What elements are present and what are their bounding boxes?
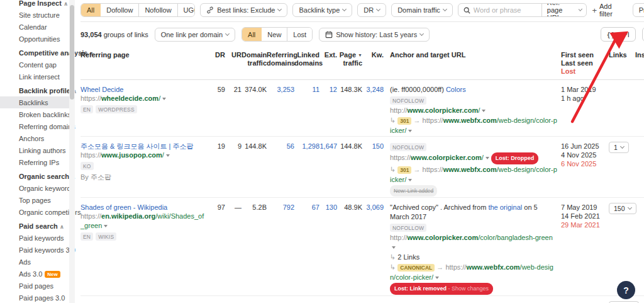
referring-page-url[interactable]: https://wheeldecide.com/	[80, 94, 166, 102]
segment-all[interactable]: All	[242, 28, 262, 41]
arrow-right-icon: →	[436, 263, 445, 271]
add-filter-button[interactable]: +Add filter	[592, 3, 622, 18]
show-history-select[interactable]: Show history: Last 5 years	[319, 28, 430, 42]
sidebar-item-anchors[interactable]: Anchors	[0, 132, 75, 144]
filter-ugc[interactable]: UGC	[178, 4, 196, 16]
sidebar-item-ads[interactable]: Ads	[0, 256, 75, 268]
kw-value[interactable]: 3,069	[362, 203, 384, 212]
ld-value[interactable]: 1,298	[294, 142, 319, 151]
sidebar-section-header[interactable]: Backlink profile ∧	[0, 83, 75, 96]
rd-value[interactable]: 3,253	[267, 85, 294, 94]
dr-filter[interactable]: DR	[357, 3, 386, 17]
sidebar-item-paid-keywords-3-0[interactable]: Paid keywords 3.0	[0, 244, 75, 256]
sidebar-section-header[interactable]: Competitive analysis ∧	[0, 45, 75, 59]
sidebar-section-header[interactable]: Organic search ∧	[0, 168, 75, 182]
rd-value[interactable]: 792	[267, 203, 294, 212]
kw-value[interactable]: 3,248	[362, 85, 384, 94]
sidebar-item-broken-backlinks[interactable]: Broken backlinks	[0, 108, 75, 120]
header-referring-page[interactable]: Referring page	[80, 51, 210, 59]
rd-value[interactable]: 56	[267, 142, 294, 151]
lost-badge[interactable]: Lost: Dropped	[491, 152, 539, 164]
api-button[interactable]: { }API	[601, 27, 635, 42]
segment-lost[interactable]: Lost	[287, 28, 312, 41]
header-ext[interactable]: Ext.	[319, 51, 337, 59]
ext-value[interactable]: 130	[319, 203, 337, 212]
caret-down-icon[interactable]	[482, 110, 486, 112]
sidebar-item-content-gap[interactable]: Content gap	[0, 59, 75, 71]
header-page-traffic[interactable]: Page ▼traffic	[337, 51, 362, 67]
sidebar-item-paid-pages[interactable]: Paid pages	[0, 280, 75, 292]
sidebar-item-paid-keywords[interactable]: Paid keywords	[0, 232, 75, 244]
best-links-filter[interactable]: Best links: Exclude	[200, 3, 287, 17]
header-domain-traffic[interactable]: Domaintraffic	[242, 51, 267, 67]
ld-value[interactable]: 67	[294, 203, 319, 212]
caret-down-icon[interactable]	[486, 157, 489, 159]
filter-all[interactable]: All	[81, 4, 101, 16]
sidebar-item-link-intersect[interactable]: Link intersect	[0, 71, 75, 83]
referring-page-url[interactable]: https://en.wikipedia.org/wiki/Shades_of_…	[80, 212, 204, 229]
referring-page-title[interactable]: 주소모음 & 링크모음 사이트 | 주소팝	[80, 142, 193, 151]
caret-down-icon[interactable]	[166, 154, 170, 157]
table-row: Shades of green - Wikipediahttps://en.wi…	[80, 198, 644, 296]
caret-down-icon[interactable]	[408, 130, 412, 132]
lost-badge[interactable]: Lost: Link removed - Show changes	[390, 283, 493, 295]
caret-down-icon[interactable]	[435, 277, 439, 279]
sidebar-item-referring-domains[interactable]: Referring domains	[0, 120, 75, 132]
links-dropdown[interactable]: 1	[609, 142, 629, 153]
domain-traffic-filter[interactable]: Domain traffic	[391, 3, 453, 17]
sidebar-item-organic-keywords[interactable]: Organic keywords	[0, 182, 75, 194]
backlink-type-filter[interactable]: Backlink type	[292, 3, 352, 17]
target-url[interactable]: http://www.colorpicker.com/	[390, 106, 486, 114]
dr-value: 97	[210, 203, 225, 212]
anchor-link[interactable]: the original	[488, 203, 522, 211]
caret-down-icon[interactable]	[392, 246, 396, 249]
search-input[interactable]	[474, 6, 536, 14]
header-referring-domains[interactable]: Referringdomains	[267, 51, 294, 67]
header-linked-domains[interactable]: Linkeddomains	[294, 51, 319, 67]
sidebar-item-ads-3-0[interactable]: Ads 3.0New	[0, 268, 75, 280]
referring-page-title[interactable]: Shades of green - Wikipedia	[80, 203, 167, 212]
show-changes-link[interactable]: - Show changes	[447, 285, 489, 292]
ext-value[interactable]: 12	[319, 85, 337, 94]
anchor-link[interactable]: Colors	[446, 86, 466, 93]
header-links[interactable]: Links	[605, 51, 635, 59]
sidebar-item-site-structure[interactable]: Site structure	[0, 9, 75, 21]
filter-nofollow[interactable]: Nofollow	[139, 4, 177, 16]
sidebar-item-linking-authors[interactable]: Linking authors	[0, 144, 75, 156]
target-url[interactable]: https://www.colorpicker.com/	[390, 154, 489, 161]
caret-down-icon[interactable]	[162, 98, 166, 100]
referring-page-title[interactable]: Wheel Decide	[80, 85, 123, 94]
sidebar-scrollbar[interactable]	[69, 0, 75, 303]
sidebar-item-calendar[interactable]: Calendar	[0, 21, 75, 33]
ref-page-url-select[interactable]: Ref. page URL	[541, 4, 587, 16]
caret-down-icon[interactable]	[408, 179, 412, 181]
help-button[interactable]: ?	[617, 281, 635, 299]
sidebar-section-header[interactable]: Paid search ∧	[0, 218, 75, 232]
presets-button[interactable]: Presets	[633, 4, 644, 16]
sidebar-scrollbar-thumb[interactable]	[70, 5, 74, 100]
sidebar-item-paid-pages-3-0[interactable]: Paid pages 3.0	[0, 292, 75, 303]
segment-new[interactable]: New	[262, 28, 287, 41]
sidebar-section-header[interactable]: Page Inspect ∧	[0, 0, 75, 9]
caret-down-icon[interactable]	[104, 225, 108, 227]
sidebar-item-backlinks[interactable]: Backlinks	[0, 96, 75, 108]
ld-value[interactable]: 11	[294, 85, 319, 94]
lost-date: 29 Mar 2021	[561, 220, 605, 229]
filter-dofollow[interactable]: Dofollow	[101, 4, 139, 16]
kw-value[interactable]: 150	[362, 142, 384, 151]
sidebar-item-organic-competitors[interactable]: Organic competitors	[0, 206, 75, 218]
header-anchor-target[interactable]: Anchor and target URL	[384, 51, 557, 59]
sidebar-item-opportunities[interactable]: Opportunities	[0, 33, 75, 45]
one-link-per-domain-select[interactable]: One link per domain	[155, 28, 235, 42]
header-first-seen[interactable]: First seenLast seenLost	[557, 51, 605, 76]
sidebar-item-top-pages[interactable]: Top pages	[0, 194, 75, 206]
sidebar-item-referring-ips[interactable]: Referring IPs	[0, 156, 75, 168]
referring-page-url[interactable]: https://www.jusopop.com/	[80, 151, 170, 159]
header-dr[interactable]: DR	[210, 51, 225, 59]
filter-bar: All Dofollow Nofollow UGC Best links: Ex…	[80, 0, 644, 22]
links-dropdown[interactable]: 150	[609, 203, 636, 214]
ext-value[interactable]: 1,647	[319, 142, 337, 151]
header-kw[interactable]: Kw.	[362, 51, 384, 59]
target-url[interactable]: http://www.colorpicker.com/color/banglad…	[390, 234, 553, 251]
header-ur[interactable]: UR	[225, 51, 242, 59]
